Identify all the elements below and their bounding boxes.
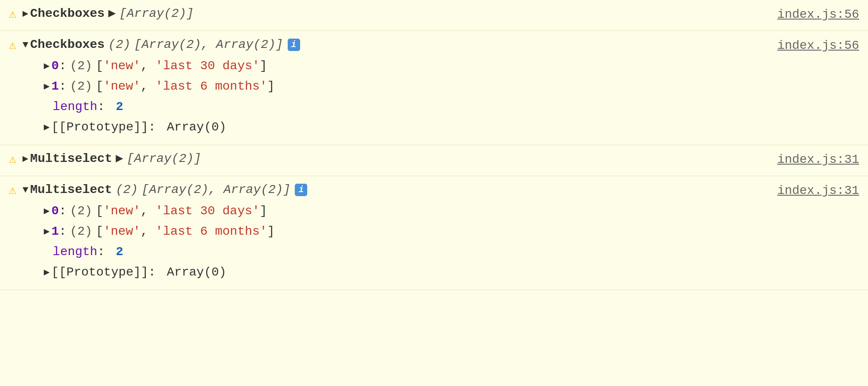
row2-label[interactable]: Checkboxes <box>30 35 105 54</box>
prototype-label-4: [[Prototype]] <box>51 263 148 282</box>
toggle-arrow-4[interactable]: ▼ <box>23 183 28 197</box>
toggle-arrow-1[interactable]: ▶ <box>23 7 28 21</box>
row2-file-link[interactable]: index.js:56 <box>759 36 859 55</box>
length-value-2: 2 <box>116 98 123 116</box>
index-label-4-1: 1 <box>51 222 59 241</box>
length-row-4: length : 2 <box>44 242 759 262</box>
warning-icon-4: ⚠ <box>9 181 16 200</box>
row1-arrow-sep: ▶ <box>108 4 116 23</box>
val-4-1-1: 'last 6 months' <box>156 222 267 241</box>
expanded-content-2: ▶ 0 : (2) [ 'new' , 'last 30 days' ] ▶ 1 <box>44 56 759 138</box>
sub-toggle-2-1[interactable]: ▶ <box>44 79 50 94</box>
row4-label[interactable]: Multiselect <box>30 181 112 199</box>
prototype-value-4: Array(0) <box>167 263 226 282</box>
console-row-2: ⚠ ▼ Checkboxes (2) [Array(2), Array(2)] … <box>0 31 868 145</box>
colon-2-0: : <box>59 57 66 75</box>
prototype-label-2: [[Prototype]] <box>51 118 148 137</box>
warning-icon-2: ⚠ <box>9 36 16 55</box>
length-value-4: 2 <box>116 243 123 261</box>
sub-row-4-1: ▶ 1 : (2) [ 'new' , 'last 6 months' ] <box>44 221 759 242</box>
row3-label[interactable]: Multiselect <box>30 150 112 168</box>
console-panel: ⚠ ▶ Checkboxes ▶ [Array(2)] index.js:56 … <box>0 0 868 290</box>
prototype-toggle-4[interactable]: ▶ <box>44 265 50 280</box>
row4-preview: [Array(2), Array(2)] <box>141 181 290 199</box>
prototype-toggle-2[interactable]: ▶ <box>44 120 50 135</box>
val-4-0-1: 'last 30 days' <box>156 202 260 221</box>
sub-row-2-0: ▶ 0 : (2) [ 'new' , 'last 30 days' ] <box>44 56 759 76</box>
row2-preview: [Array(2), Array(2)] <box>134 35 283 54</box>
index-label-2-1: 1 <box>51 77 59 96</box>
console-row-1: ⚠ ▶ Checkboxes ▶ [Array(2)] index.js:56 <box>0 0 868 31</box>
row4-file-link[interactable]: index.js:31 <box>759 181 859 200</box>
array-size-4-0: (2) <box>70 202 92 221</box>
colon-4-1: : <box>59 222 66 241</box>
row3-arrow-sep: ▶ <box>116 150 123 168</box>
length-label-2: length <box>53 98 98 116</box>
val-4-1-0: 'new' <box>103 222 141 241</box>
row4-count: (2) <box>116 181 138 199</box>
prototype-row-2: ▶ [[Prototype]] : Array(0) <box>44 117 759 138</box>
row1-preview: [Array(2)] <box>119 4 194 23</box>
toggle-arrow-3[interactable]: ▶ <box>23 152 28 166</box>
colon-2-1: : <box>59 77 66 96</box>
sub-toggle-4-1[interactable]: ▶ <box>44 225 50 239</box>
sub-row-4-0: ▶ 0 : (2) [ 'new' , 'last 30 days' ] <box>44 201 759 221</box>
index-label-4-0: 0 <box>51 202 59 221</box>
toggle-arrow-2[interactable]: ▼ <box>23 38 28 52</box>
val-2-1-0: 'new' <box>103 77 141 96</box>
row1-file-link[interactable]: index.js:56 <box>759 5 859 24</box>
index-label-2-0: 0 <box>51 57 59 75</box>
val-4-0-0: 'new' <box>103 202 141 221</box>
colon-4-0: : <box>59 202 66 221</box>
row3-preview: [Array(2)] <box>127 150 201 168</box>
console-row-3: ⚠ ▶ Multiselect ▶ [Array(2)] index.js:31 <box>0 145 868 176</box>
array-size-2-0: (2) <box>70 57 92 75</box>
row1-label[interactable]: Checkboxes <box>30 4 105 23</box>
row2-count: (2) <box>108 35 130 54</box>
sub-toggle-2-0[interactable]: ▶ <box>44 59 50 74</box>
content-area-2: ▼ Checkboxes (2) [Array(2), Array(2)] i … <box>23 35 759 138</box>
content-area-1: ▶ Checkboxes ▶ [Array(2)] <box>23 4 759 23</box>
val-2-1-1: 'last 6 months' <box>156 77 267 96</box>
warning-icon-1: ⚠ <box>9 5 16 24</box>
length-row-2: length : 2 <box>44 97 759 117</box>
length-label-4: length <box>53 243 98 261</box>
content-area-4: ▼ Multiselect (2) [Array(2), Array(2)] i… <box>23 181 759 283</box>
info-badge-4[interactable]: i <box>295 184 307 196</box>
val-2-0-0: 'new' <box>103 57 141 75</box>
prototype-row-4: ▶ [[Prototype]] : Array(0) <box>44 262 759 283</box>
prototype-value-2: Array(0) <box>167 118 226 137</box>
row3-file-link[interactable]: index.js:31 <box>759 150 859 169</box>
array-size-4-1: (2) <box>70 222 92 241</box>
sub-row-2-1: ▶ 1 : (2) [ 'new' , 'last 6 months' ] <box>44 76 759 97</box>
warning-icon-3: ⚠ <box>9 150 16 169</box>
val-2-0-1: 'last 30 days' <box>156 57 260 75</box>
array-size-2-1: (2) <box>70 77 92 96</box>
content-area-3: ▶ Multiselect ▶ [Array(2)] <box>23 150 759 168</box>
expanded-content-4: ▶ 0 : (2) [ 'new' , 'last 30 days' ] ▶ 1 <box>44 201 759 283</box>
sub-toggle-4-0[interactable]: ▶ <box>44 204 50 219</box>
console-row-4: ⚠ ▼ Multiselect (2) [Array(2), Array(2)]… <box>0 176 868 290</box>
info-badge-2[interactable]: i <box>288 39 300 51</box>
